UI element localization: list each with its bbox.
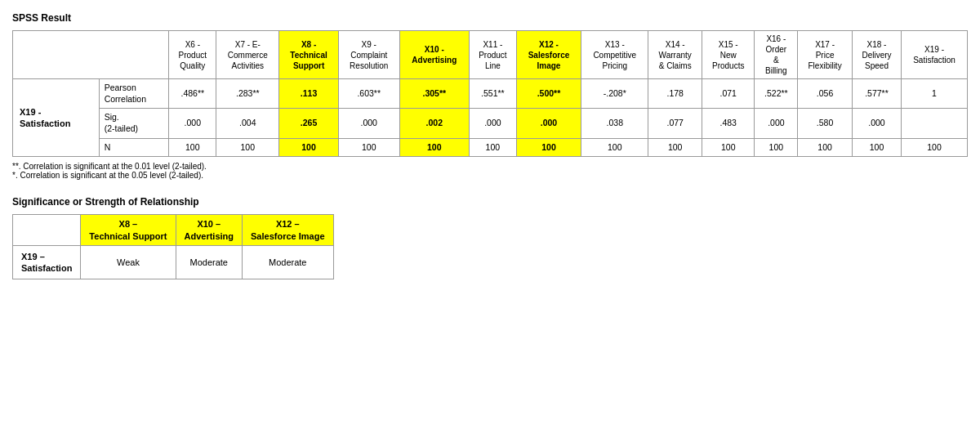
cell-0-1: .283** [216, 79, 279, 109]
cell-0-3: .603** [338, 79, 399, 109]
cell-1-2: .265 [279, 109, 338, 138]
sig-value-0: Weak [81, 245, 176, 279]
cell-1-0: .000 [169, 109, 216, 138]
sig-value-1: Moderate [176, 245, 243, 279]
sig-col-header-1: X10 – Advertising [176, 215, 243, 246]
cell-1-11: .580 [798, 109, 853, 138]
cell-2-7: 100 [581, 138, 648, 157]
sub-label-0: Pearson Correlation [99, 79, 169, 109]
cell-2-13: 100 [902, 138, 968, 157]
col-header-x19: X19 - Satisfaction [902, 31, 968, 79]
cell-2-10: 100 [755, 138, 798, 157]
cell-0-6: .500** [516, 79, 581, 109]
col-header-x14: X14 - Warranty & Claims [648, 31, 702, 79]
col-header-x18: X18 - Delivery Speed [852, 31, 901, 79]
spss-section: SPSS Result X6 - Product QualityX7 - E- … [12, 12, 968, 180]
cell-2-3: 100 [338, 138, 399, 157]
cell-0-9: .071 [702, 79, 755, 109]
cell-0-0: .486** [169, 79, 216, 109]
cell-0-11: .056 [798, 79, 853, 109]
cell-0-8: .178 [648, 79, 702, 109]
col-header-x11: X11 - Product Line [469, 31, 516, 79]
cell-1-12: .000 [852, 109, 901, 138]
sub-label-2: N [99, 138, 169, 157]
significance-section: Significance or Strength of Relationship… [12, 196, 968, 279]
cell-0-7: -.208* [581, 79, 648, 109]
cell-2-1: 100 [216, 138, 279, 157]
significance-title: Significance or Strength of Relationship [12, 196, 968, 208]
col-header-x6: X6 - Product Quality [169, 31, 216, 79]
sig-col-header-0: X8 – Technical Support [81, 215, 176, 246]
cell-1-10: .000 [755, 109, 798, 138]
sub-label-1: Sig. (2-tailed) [99, 109, 169, 138]
cell-1-13 [902, 109, 968, 138]
sig-row-label: X19 – Satisfaction [13, 245, 81, 279]
col-header-x15: X15 - New Products [702, 31, 755, 79]
cell-0-4: .305** [399, 79, 469, 109]
cell-1-6: .000 [516, 109, 581, 138]
cell-2-11: 100 [798, 138, 853, 157]
main-row-label: X19 - Satisfaction [13, 79, 100, 157]
spss-title: SPSS Result [12, 12, 968, 24]
cell-1-4: .002 [399, 109, 469, 138]
col-header-x8: X8 - Technical Support [279, 31, 338, 79]
col-header-x9: X9 - Complaint Resolution [338, 31, 399, 79]
cell-2-5: 100 [469, 138, 516, 157]
cell-2-6: 100 [516, 138, 581, 157]
col-header-x10: X10 - Advertising [399, 31, 469, 79]
cell-0-10: .522** [755, 79, 798, 109]
col-header-x12: X12 - Salesforce Image [516, 31, 581, 79]
cell-0-5: .551** [469, 79, 516, 109]
spss-table: X6 - Product QualityX7 - E- Commerce Act… [12, 30, 968, 157]
footnote-item: *. Correlation is significant at the 0.0… [12, 171, 968, 180]
cell-1-5: .000 [469, 109, 516, 138]
sig-col-header-2: X12 – Salesforce Image [243, 215, 334, 246]
col-header-x16: X16 - Order & Billing [755, 31, 798, 79]
cell-0-12: .577** [852, 79, 901, 109]
col-header-x17: X17 - Price Flexibility [798, 31, 853, 79]
col-header-x13: X13 - Competitive Pricing [581, 31, 648, 79]
cell-2-9: 100 [702, 138, 755, 157]
cell-1-1: .004 [216, 109, 279, 138]
cell-2-12: 100 [852, 138, 901, 157]
footnote-item: **. Correlation is significant at the 0.… [12, 162, 968, 171]
cell-2-2: 100 [279, 138, 338, 157]
significance-table: X8 – Technical SupportX10 – AdvertisingX… [12, 214, 334, 279]
footnotes: **. Correlation is significant at the 0.… [12, 162, 968, 180]
cell-1-8: .077 [648, 109, 702, 138]
cell-0-2: .113 [279, 79, 338, 109]
cell-0-13: 1 [902, 79, 968, 109]
sig-value-2: Moderate [243, 245, 334, 279]
cell-1-7: .038 [581, 109, 648, 138]
cell-1-3: .000 [338, 109, 399, 138]
cell-2-4: 100 [399, 138, 469, 157]
cell-1-9: .483 [702, 109, 755, 138]
cell-2-8: 100 [648, 138, 702, 157]
cell-2-0: 100 [169, 138, 216, 157]
col-header-x7: X7 - E- Commerce Activities [216, 31, 279, 79]
